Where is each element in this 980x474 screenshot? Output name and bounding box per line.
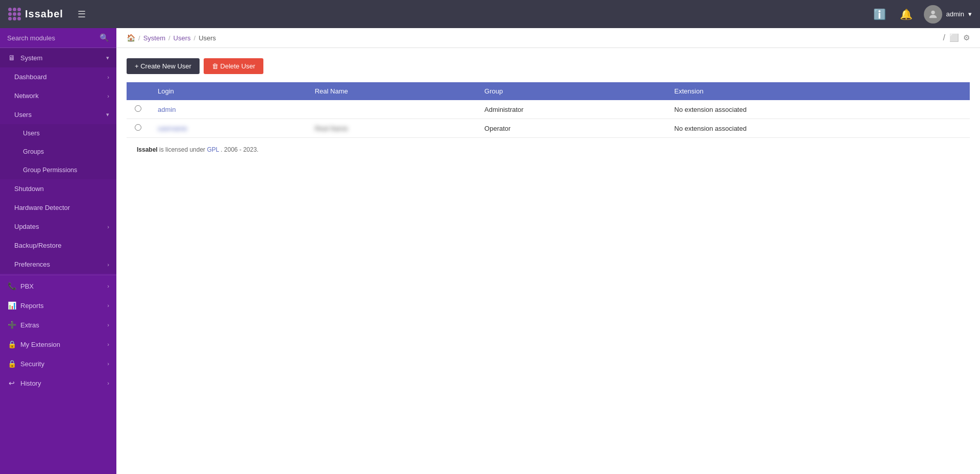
content-footer: Issabel is licensed under GPL . 2006 - 2…: [127, 138, 970, 161]
topbar-right: ℹ️ 🔔 admin ▾: [871, 5, 972, 23]
sidebar-item-security[interactable]: 🔒 Security ›: [0, 354, 116, 373]
sidebar-item-groups[interactable]: Groups: [0, 143, 116, 161]
row-radio-cell: [127, 100, 150, 119]
col-real-name: Real Name: [307, 82, 476, 100]
row-extension: No extension associated: [666, 100, 970, 119]
sidebar-item-extras[interactable]: ➕ Extras ›: [0, 315, 116, 335]
footer-text2: . 2006 - 2023.: [220, 146, 258, 153]
sidebar-item-users-sub[interactable]: Users: [0, 124, 116, 143]
chevron-right-icon: ›: [107, 361, 109, 367]
login-link[interactable]: admin: [158, 106, 176, 113]
delete-user-button[interactable]: 🗑 Delete User: [204, 58, 263, 74]
chevron-right-icon: ›: [107, 93, 109, 99]
bell-icon: 🔔: [900, 8, 913, 20]
content-area: 🏠 / System / Users / Users / ⬜ ⚙ + Creat…: [116, 28, 980, 474]
sidebar-item-backup-restore[interactable]: Backup/Restore: [0, 236, 116, 255]
sidebar-item-label: Network: [14, 92, 103, 100]
user-menu[interactable]: admin ▾: [924, 5, 972, 23]
sidebar-item-network[interactable]: Network ›: [0, 86, 116, 105]
search-input[interactable]: [7, 34, 100, 42]
sidebar-item-updates[interactable]: Updates ›: [0, 217, 116, 236]
sidebar-item-label: Preferences: [14, 260, 103, 268]
history-icon: ↩: [7, 379, 16, 387]
system-icon: 🖥: [7, 54, 16, 62]
sidebar-search-container: 🔍: [0, 28, 116, 48]
breadcrumb-sep-3: /: [194, 34, 196, 42]
table-row: username Real Name Operator No extension…: [127, 119, 970, 138]
col-extension: Extension: [666, 82, 970, 100]
row-radio[interactable]: [135, 105, 141, 112]
sidebar-item-history[interactable]: ↩ History ›: [0, 373, 116, 393]
avatar: [924, 5, 942, 23]
notifications-button[interactable]: 🔔: [897, 5, 916, 23]
sidebar-item-label: Shutdown: [14, 185, 109, 193]
chevron-down-icon: ▾: [106, 55, 109, 61]
sidebar-item-label: Groups: [23, 148, 109, 155]
sidebar: 🔍 🖥 System ▾ Dashboard › Network › Users…: [0, 28, 116, 474]
col-radio: [127, 82, 150, 100]
row-real-name: Real Name: [307, 119, 476, 138]
user-dropdown-icon: ▾: [968, 10, 972, 18]
sidebar-item-shutdown[interactable]: Shutdown: [0, 179, 116, 198]
info-button[interactable]: ℹ️: [871, 5, 889, 23]
main-content: + Create New User 🗑 Delete User Login Re…: [116, 48, 980, 474]
sidebar-item-label: History: [20, 380, 103, 387]
footer-license-link[interactable]: GPL: [207, 146, 219, 153]
username-label: admin: [946, 10, 964, 18]
topbar: Issabel ☰ ℹ️ 🔔 admin ▾: [0, 0, 980, 28]
row-real-name: [307, 100, 476, 119]
hamburger-icon[interactable]: ☰: [78, 9, 86, 20]
sidebar-item-label: Dashboard: [14, 73, 103, 81]
settings-icon[interactable]: ⚙: [963, 33, 970, 42]
sidebar-item-my-extension[interactable]: 🔒 My Extension ›: [0, 335, 116, 354]
sidebar-item-dashboard[interactable]: Dashboard ›: [0, 67, 116, 86]
chevron-right-icon: ›: [107, 283, 109, 289]
extras-icon: ➕: [7, 321, 16, 329]
chevron-right-icon: ›: [107, 224, 109, 230]
sidebar-item-label: Extras: [20, 321, 103, 329]
create-new-user-button[interactable]: + Create New User: [127, 58, 200, 74]
row-radio[interactable]: [135, 124, 141, 131]
chevron-right-icon: ›: [107, 262, 109, 268]
sidebar-item-preferences[interactable]: Preferences ›: [0, 255, 116, 274]
breadcrumb-users-link[interactable]: Users: [174, 34, 191, 42]
svg-point-0: [931, 10, 935, 14]
sidebar-item-users[interactable]: Users ▾: [0, 105, 116, 124]
sidebar-item-hardware-detector[interactable]: Hardware Detector: [0, 198, 116, 217]
sidebar-item-label: My Extension: [20, 341, 103, 348]
sidebar-item-label: Backup/Restore: [14, 242, 109, 249]
row-group: Administrator: [476, 100, 666, 119]
sidebar-item-reports[interactable]: 📊 Reports ›: [0, 296, 116, 315]
row-login: admin: [150, 100, 307, 119]
chevron-right-icon: ›: [107, 74, 109, 80]
my-extension-icon: 🔒: [7, 340, 16, 348]
screen-icon[interactable]: ⬜: [949, 33, 959, 42]
breadcrumb-actions: / ⬜ ⚙: [943, 33, 970, 42]
table-header: Login Real Name Group Extension: [127, 82, 970, 100]
sidebar-item-label: Hardware Detector: [14, 204, 109, 211]
sidebar-item-label: Users: [14, 111, 102, 118]
chevron-right-icon: ›: [107, 302, 109, 309]
breadcrumb-system[interactable]: System: [143, 34, 165, 42]
footer-text1: is licensed under: [159, 146, 207, 153]
sidebar-item-pbx[interactable]: 📞 PBX ›: [0, 276, 116, 296]
action-buttons: + Create New User 🗑 Delete User: [127, 58, 970, 74]
info-icon: ℹ️: [873, 8, 886, 20]
col-group: Group: [476, 82, 666, 100]
security-icon: 🔒: [7, 360, 16, 368]
chevron-down-icon: ▾: [106, 111, 109, 118]
login-link[interactable]: username: [158, 125, 187, 132]
row-login: username: [150, 119, 307, 138]
topbar-logo: Issabel ☰: [8, 8, 871, 20]
reports-icon: 📊: [7, 301, 16, 310]
sidebar-item-system[interactable]: 🖥 System ▾: [0, 48, 116, 67]
home-icon[interactable]: 🏠: [127, 34, 135, 42]
footer-brand: Issabel: [137, 146, 158, 153]
breadcrumb: 🏠 / System / Users / Users / ⬜ ⚙: [116, 28, 980, 48]
col-login: Login: [150, 82, 307, 100]
table-row: admin Administrator No extension associa…: [127, 100, 970, 119]
breadcrumb-sep-2: /: [168, 34, 170, 42]
sidebar-item-label: Reports: [20, 302, 103, 310]
sidebar-item-group-permissions[interactable]: Group Permissions: [0, 161, 116, 179]
breadcrumb-current: Users: [199, 34, 216, 42]
